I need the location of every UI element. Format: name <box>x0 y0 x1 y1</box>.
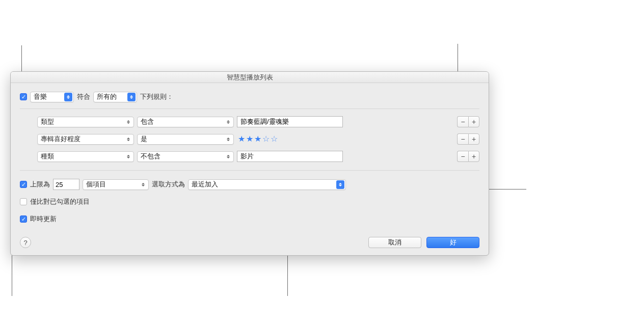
only-checked-label: 僅比對已勾選的項目 <box>30 197 90 206</box>
rule-attribute-popup[interactable]: 種類 <box>37 151 134 162</box>
media-type-popup[interactable]: 音樂 <box>30 92 74 102</box>
add-rule-button[interactable]: + <box>468 151 479 162</box>
popup-arrows-icon <box>124 118 132 126</box>
popup-arrows-icon <box>124 135 132 144</box>
media-type-label: 音樂 <box>34 92 47 101</box>
limit-unit-popup[interactable]: 個項目 <box>83 179 149 190</box>
limit-checkbox[interactable] <box>20 181 27 188</box>
divider <box>20 109 479 109</box>
rule-pm-group: − + <box>457 133 479 145</box>
rules-suffix-label: 下列規則： <box>140 92 173 101</box>
conform-label: 符合 <box>77 92 90 101</box>
remove-rule-button[interactable]: − <box>457 133 468 145</box>
popup-arrows-icon <box>127 93 136 101</box>
quantifier-popup[interactable]: 所有的 <box>93 92 137 102</box>
rule-operator-popup[interactable]: 是 <box>137 134 234 145</box>
star-outline-icon: ☆ <box>262 135 270 143</box>
rule-attribute-label: 類型 <box>41 117 54 126</box>
star-icon: ★ <box>246 135 253 143</box>
ok-button[interactable]: 好 <box>426 237 479 248</box>
add-rule-button[interactable]: + <box>468 116 479 127</box>
only-checked-row: 僅比對已勾選的項目 <box>20 195 479 208</box>
quantifier-label: 所有的 <box>97 92 117 101</box>
live-update-label: 即時更新 <box>30 214 57 224</box>
help-button[interactable]: ? <box>20 237 31 248</box>
rule-row: 種類 不包含 − + <box>37 148 479 165</box>
popup-arrows-icon <box>224 118 232 126</box>
rule-star-rating[interactable]: ★ ★ ★ ☆ ☆ <box>237 135 343 143</box>
star-icon: ★ <box>238 135 245 143</box>
rule-operator-label: 包含 <box>141 117 154 126</box>
rules-list: 類型 包含 − + 專輯喜好程度 <box>20 113 479 165</box>
live-update-row: 即時更新 <box>20 212 479 226</box>
rule-operator-popup[interactable]: 不包含 <box>137 151 234 162</box>
popup-arrows-icon <box>64 93 72 101</box>
only-checked-checkbox[interactable] <box>20 198 27 205</box>
rule-attribute-label: 種類 <box>41 152 54 161</box>
rule-value-input[interactable] <box>237 116 343 127</box>
popup-arrows-icon <box>336 180 344 189</box>
popup-arrows-icon <box>124 152 132 161</box>
smart-playlist-dialog: 智慧型播放列表 音樂 符合 所有的 下列規則： 類型 <box>10 71 489 256</box>
divider <box>20 170 479 171</box>
rule-pm-group: − + <box>457 151 479 162</box>
star-outline-icon: ☆ <box>271 135 278 143</box>
dialog-footer: ? 取消 好 <box>20 226 479 248</box>
rule-value-input[interactable] <box>237 151 343 162</box>
popup-arrows-icon <box>224 135 232 144</box>
rule-operator-popup[interactable]: 包含 <box>137 117 234 127</box>
rule-attribute-popup[interactable]: 專輯喜好程度 <box>37 134 134 145</box>
rule-attribute-popup[interactable]: 類型 <box>37 117 134 127</box>
select-by-popup[interactable]: 最近加入 <box>188 179 346 190</box>
dialog-title: 智慧型播放列表 <box>11 72 489 83</box>
match-checkbox[interactable] <box>20 93 27 100</box>
cancel-button[interactable]: 取消 <box>368 237 421 248</box>
dialog-content: 音樂 符合 所有的 下列規則： 類型 包含 <box>11 83 489 255</box>
select-by-value: 最近加入 <box>192 180 218 189</box>
remove-rule-button[interactable]: − <box>457 151 468 162</box>
select-by-label: 選取方式為 <box>152 180 185 189</box>
rule-row: 專輯喜好程度 是 ★ ★ ★ ☆ ☆ − + <box>37 130 479 148</box>
remove-rule-button[interactable]: − <box>457 116 468 127</box>
rule-operator-label: 不包含 <box>141 152 160 161</box>
limit-label: 上限為 <box>30 180 50 189</box>
add-rule-button[interactable]: + <box>468 133 479 145</box>
rule-attribute-label: 專輯喜好程度 <box>41 134 81 144</box>
popup-arrows-icon <box>139 180 147 189</box>
star-icon: ★ <box>254 135 261 143</box>
rule-row: 類型 包含 − + <box>37 113 479 130</box>
limit-row: 上限為 個項目 選取方式為 最近加入 <box>20 178 479 191</box>
match-row: 音樂 符合 所有的 下列規則： <box>20 90 479 103</box>
popup-arrows-icon <box>224 152 232 161</box>
limit-value-input[interactable] <box>53 179 79 190</box>
live-update-checkbox[interactable] <box>20 215 27 223</box>
rule-pm-group: − + <box>457 116 479 127</box>
limit-unit-label: 個項目 <box>86 180 106 189</box>
rule-operator-label: 是 <box>141 134 147 144</box>
